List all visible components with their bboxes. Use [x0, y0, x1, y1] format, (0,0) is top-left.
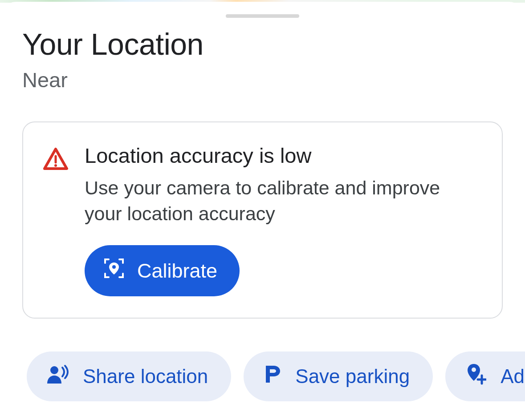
- accuracy-card-body: Location accuracy is low Use your camera…: [85, 144, 482, 296]
- sheet-header: Your Location Near: [0, 18, 525, 92]
- action-chip-row[interactable]: Share location Save parking Add: [0, 319, 525, 401]
- accuracy-card-title: Location accuracy is low: [85, 144, 482, 168]
- warning-triangle-icon: [43, 144, 69, 172]
- parking-icon: [263, 364, 281, 389]
- live-view-pin-icon: [102, 257, 126, 285]
- add-place-label: Add: [501, 365, 525, 388]
- page-title: Your Location: [22, 27, 503, 61]
- bottom-sheet: Your Location Near Location accuracy is …: [0, 2, 525, 420]
- share-location-chip[interactable]: Share location: [27, 351, 231, 401]
- share-location-label: Share location: [83, 365, 208, 388]
- svg-point-3: [50, 366, 58, 374]
- calibrate-button-label: Calibrate: [137, 259, 217, 283]
- page-subtitle: Near: [22, 68, 503, 92]
- save-parking-chip[interactable]: Save parking: [244, 351, 433, 401]
- svg-point-4: [472, 368, 476, 372]
- add-pin-icon: [465, 363, 486, 390]
- location-accuracy-card: Location accuracy is low Use your camera…: [22, 121, 503, 319]
- share-person-icon: [46, 364, 69, 389]
- calibrate-button[interactable]: Calibrate: [85, 245, 240, 296]
- accuracy-card-description: Use your camera to calibrate and improve…: [85, 175, 482, 226]
- svg-point-1: [54, 164, 57, 167]
- save-parking-label: Save parking: [295, 365, 410, 388]
- drag-handle[interactable]: [226, 14, 299, 18]
- svg-point-2: [112, 265, 116, 269]
- add-place-chip[interactable]: Add: [445, 351, 525, 401]
